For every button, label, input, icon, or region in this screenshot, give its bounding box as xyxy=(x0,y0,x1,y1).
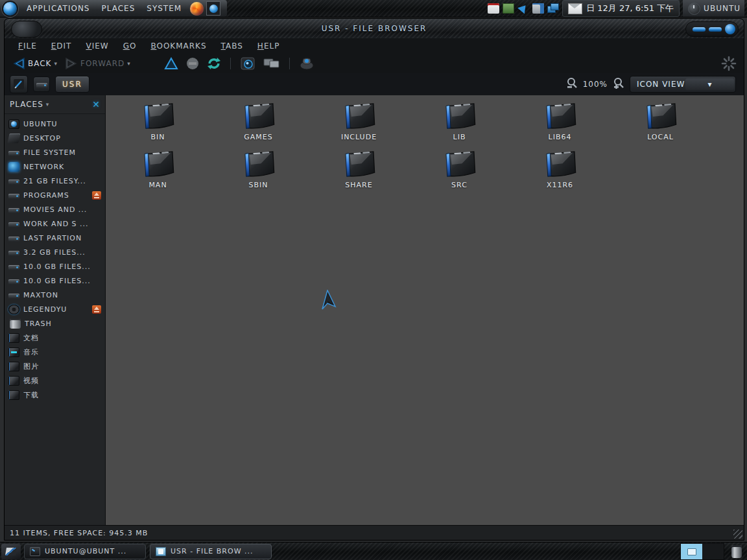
sidebar-place-item[interactable]: LEGENDYU xyxy=(5,302,105,316)
folder-item[interactable]: sbin xyxy=(208,150,309,198)
close-button[interactable] xyxy=(725,24,735,34)
sidebar-place-item[interactable]: Programs xyxy=(5,188,105,202)
panel-menu-item[interactable]: Places xyxy=(95,4,141,13)
sidebar-place-item[interactable]: 21 GB Filesy... xyxy=(5,174,105,188)
sidebar-place-item[interactable]: MAXTON xyxy=(5,288,105,302)
sidebar-place-item[interactable]: 音乐 xyxy=(5,345,105,359)
window-title: usr - File Browser xyxy=(5,24,744,33)
window-titlebar[interactable]: usr - File Browser xyxy=(5,19,744,38)
breadcrumb-usr-button[interactable]: usr xyxy=(55,76,89,93)
eject-icon[interactable] xyxy=(92,191,101,200)
folder-item[interactable]: local xyxy=(610,102,711,150)
show-desktop-button[interactable] xyxy=(1,544,21,559)
folder-label: src xyxy=(451,181,468,189)
sidebar-place-item[interactable]: Last Partion xyxy=(5,231,105,245)
hardware-sensor-tray-icon[interactable] xyxy=(503,3,514,14)
folder-label: lib xyxy=(453,133,466,141)
root-crumb-button[interactable] xyxy=(33,76,50,92)
sidebar-place-item[interactable]: 3.2 GB Files... xyxy=(5,245,105,259)
menu-item[interactable]: Bookmarks xyxy=(143,41,213,51)
place-icon xyxy=(8,237,19,242)
file-view-area[interactable]: bin xyxy=(106,95,744,526)
distro-logo-icon[interactable] xyxy=(2,1,18,17)
messenger-tray-icon[interactable] xyxy=(517,3,529,14)
computer-button[interactable] xyxy=(261,56,283,71)
top-panel: Applications Places System 日 12月 27, 6:5… xyxy=(0,0,747,18)
folder-item[interactable]: src xyxy=(409,150,510,198)
folder-item[interactable]: man xyxy=(108,150,208,198)
sidebar-place-item[interactable]: Trash xyxy=(5,316,105,331)
user-switcher[interactable]: ubuntu xyxy=(683,0,744,17)
sidebar-place-item[interactable]: 10.0 GB Files... xyxy=(5,259,105,274)
back-button[interactable]: Back ▾ xyxy=(10,56,60,71)
folder-item[interactable]: lib64 xyxy=(510,102,610,150)
resize-grip[interactable] xyxy=(733,530,742,539)
stop-button[interactable] xyxy=(184,56,202,71)
folder-item[interactable]: X11R6 xyxy=(510,150,610,198)
network-tray-icon[interactable] xyxy=(547,3,559,14)
up-button[interactable] xyxy=(161,56,181,71)
notes-tray-icon[interactable] xyxy=(488,3,499,14)
zoom-out-button[interactable] xyxy=(566,77,578,91)
zoom-in-button[interactable] xyxy=(613,77,624,91)
menu-item[interactable]: Edit xyxy=(44,41,79,51)
workspace-2[interactable] xyxy=(702,544,724,559)
forward-button[interactable]: Forward ▾ xyxy=(62,56,133,71)
sidebar-title-chevron-icon[interactable]: ▾ xyxy=(46,101,92,108)
menu-item[interactable]: Tabs xyxy=(214,41,250,51)
sidebar-place-item[interactable]: 10.0 GB Files... xyxy=(5,274,105,288)
folder-item[interactable]: lib xyxy=(409,102,510,150)
folder-item[interactable]: include xyxy=(309,102,409,150)
reload-button[interactable] xyxy=(204,56,224,71)
sidebar-place-item[interactable]: Desktop xyxy=(5,131,105,145)
sidebar-place-item[interactable]: 文档 xyxy=(5,331,105,345)
panel-clock[interactable]: 日 12月 27, 6:51 下午 xyxy=(586,3,674,14)
panel-menu-item[interactable]: Applications xyxy=(21,4,95,13)
task-button[interactable]: ubuntu@ubunt ... xyxy=(24,544,146,559)
workspace-1[interactable] xyxy=(681,544,702,559)
sidebar-place-item[interactable]: Network xyxy=(5,159,105,174)
panel-spacer xyxy=(227,0,485,17)
folder-item[interactable]: share xyxy=(309,150,409,198)
minimize-button[interactable] xyxy=(693,27,706,32)
view-mode-dropdown[interactable]: Icon View ▾ xyxy=(630,76,736,93)
home-button[interactable] xyxy=(237,56,258,71)
folder-item[interactable]: bin xyxy=(108,102,208,150)
panel-menu-item[interactable]: System xyxy=(141,4,187,13)
sidebar-place-item[interactable]: Movies and ... xyxy=(5,202,105,216)
sidebar-title[interactable]: Places xyxy=(10,100,43,109)
sidebar-place-item[interactable]: ubuntu xyxy=(5,117,105,131)
search-button[interactable] xyxy=(296,56,317,71)
back-dropdown-chevron[interactable]: ▾ xyxy=(54,60,57,67)
edit-location-button[interactable] xyxy=(10,75,28,93)
folder-icon xyxy=(241,102,277,132)
sidebar-place-item[interactable]: 图片 xyxy=(5,359,105,373)
sidebar-place-item[interactable]: 下载 xyxy=(5,388,105,402)
place-icon xyxy=(10,319,21,329)
trash-applet-icon[interactable] xyxy=(731,545,742,558)
sidebar-place-item[interactable]: Work and S ... xyxy=(5,216,105,231)
globe-icon xyxy=(209,5,218,13)
menu-item[interactable]: Help xyxy=(250,41,287,51)
input-method-tray-icon[interactable] xyxy=(532,3,544,14)
firefox-launcher-icon[interactable] xyxy=(190,2,204,16)
mail-icon[interactable] xyxy=(568,3,582,14)
menu-item[interactable]: View xyxy=(78,41,115,51)
task-button[interactable]: usr - File Brow ... xyxy=(150,544,272,559)
folder-item[interactable]: games xyxy=(208,102,309,150)
window-menu-orb[interactable] xyxy=(11,21,42,38)
help-browser-icon[interactable] xyxy=(206,1,220,16)
sidebar-place-item[interactable]: 视频 xyxy=(5,373,105,388)
sidebar-place-item[interactable]: File System xyxy=(5,145,105,159)
maximize-button[interactable] xyxy=(709,27,722,32)
eject-icon[interactable] xyxy=(92,305,101,314)
menu-item[interactable]: Go xyxy=(116,41,144,51)
menu-item[interactable]: File xyxy=(11,41,44,51)
place-label: ubuntu xyxy=(23,120,101,128)
forward-dropdown-chevron[interactable]: ▾ xyxy=(127,60,130,67)
clock-area[interactable]: 日 12月 27, 6:51 下午 xyxy=(562,0,680,17)
sidebar-close-icon[interactable]: ✕ xyxy=(92,99,100,110)
folder-label: X11R6 xyxy=(547,181,573,189)
place-label: Work and S ... xyxy=(23,220,101,228)
place-icon xyxy=(8,162,19,172)
